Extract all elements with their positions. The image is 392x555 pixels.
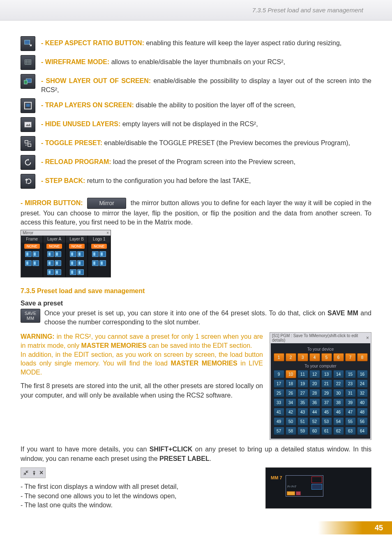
mirror-button[interactable]: Mirror bbox=[87, 198, 126, 209]
preset-slot-1[interactable]: 1 bbox=[274, 353, 284, 361]
preset-slot-41[interactable]: 41 bbox=[274, 408, 284, 416]
wireframe-mode-icon bbox=[21, 55, 35, 70]
preset-slot-52[interactable]: 52 bbox=[309, 417, 320, 426]
preset-slot-5[interactable]: 5 bbox=[321, 353, 332, 361]
to-device-label: To your device bbox=[273, 346, 368, 353]
preset-slot-30[interactable]: 30 bbox=[333, 389, 344, 397]
preset-slot-38[interactable]: 38 bbox=[333, 398, 344, 407]
mirror-panel: Mirror × Frame Layer A Layer B Logo 1 NO… bbox=[21, 230, 111, 278]
reload-program-icon bbox=[21, 155, 35, 170]
preset-slot-64[interactable]: 64 bbox=[357, 427, 368, 435]
close-icon[interactable]: × bbox=[366, 335, 369, 341]
preset-slot-26[interactable]: 26 bbox=[286, 389, 296, 397]
preset-slot-21[interactable]: 21 bbox=[321, 379, 332, 388]
step-back-label: - STEP BACK: bbox=[41, 177, 85, 184]
preset-grid-title: [S1] PGM : Save To MMemory(shift-click t… bbox=[272, 333, 364, 342]
preset-slot-53[interactable]: 53 bbox=[321, 417, 332, 426]
preset-slot-49[interactable]: 49 bbox=[274, 417, 284, 426]
preset-slot-20[interactable]: 20 bbox=[309, 379, 320, 388]
preset-slot-29[interactable]: 29 bbox=[321, 389, 332, 397]
preset-slot-23[interactable]: 23 bbox=[345, 379, 356, 388]
preset-slot-15[interactable]: 15 bbox=[345, 370, 356, 378]
preset-slot-32[interactable]: 32 bbox=[357, 389, 368, 397]
preset-slot-8[interactable]: 8 bbox=[357, 353, 368, 361]
preset-slot-27[interactable]: 27 bbox=[297, 389, 308, 397]
svg-rect-10 bbox=[25, 122, 32, 127]
preset-slot-19[interactable]: 19 bbox=[297, 379, 308, 388]
preset-slot-57[interactable]: 57 bbox=[274, 427, 284, 435]
preset-slot-54[interactable]: 54 bbox=[333, 417, 344, 426]
preset-slot-22[interactable]: 22 bbox=[333, 379, 344, 388]
trap-layers-icon bbox=[21, 98, 35, 113]
reload-label: - RELOAD PROGRAM: bbox=[41, 158, 111, 165]
preset-slot-3[interactable]: 3 bbox=[297, 353, 308, 361]
preset-slot-16[interactable]: 16 bbox=[357, 370, 368, 378]
preset-slot-10[interactable]: 10 bbox=[286, 370, 296, 378]
preset-slot-12[interactable]: 12 bbox=[309, 370, 320, 378]
close-icon[interactable]: × bbox=[39, 469, 43, 476]
preset-slot-24[interactable]: 24 bbox=[357, 379, 368, 388]
preset-slot-17[interactable]: 17 bbox=[274, 379, 284, 388]
toggle-preset-icon bbox=[21, 136, 35, 151]
keep-aspect-label: - KEEP ASPECT RATIO BUTTON: bbox=[41, 39, 144, 46]
header-breadcrumb: 7.3.5 Preset load and save management bbox=[0, 0, 392, 21]
preset-slot-45[interactable]: 45 bbox=[321, 408, 332, 416]
mirror-none[interactable]: NONE bbox=[24, 244, 40, 249]
save-mm-button[interactable]: SAVEMM bbox=[21, 309, 40, 323]
mirror-panel-title: Mirror bbox=[23, 231, 33, 235]
preset-slot-51[interactable]: 51 bbox=[297, 417, 308, 426]
preset-slot-56[interactable]: 56 bbox=[357, 417, 368, 426]
preset-slot-46[interactable]: 46 bbox=[333, 408, 344, 416]
preset-slot-9[interactable]: 9 bbox=[274, 370, 284, 378]
preset-slot-7[interactable]: 7 bbox=[345, 353, 356, 361]
preset-slot-35[interactable]: 35 bbox=[297, 398, 308, 407]
bullet-1: - The first icon displays a window with … bbox=[21, 482, 257, 491]
preset-slot-2[interactable]: 2 bbox=[286, 353, 296, 361]
preset-slot-39[interactable]: 39 bbox=[345, 398, 356, 407]
preset-slot-25[interactable]: 25 bbox=[274, 389, 284, 397]
save-mm-bold: SAVE MM bbox=[327, 310, 358, 317]
to-computer-label: To your computer bbox=[273, 363, 368, 370]
preset-slot-36[interactable]: 36 bbox=[309, 398, 320, 407]
preset-slot-59[interactable]: 59 bbox=[297, 427, 308, 435]
expand-icon[interactable] bbox=[23, 470, 29, 476]
preset-slot-63[interactable]: 63 bbox=[345, 427, 356, 435]
mirror-col-logo: Logo 1 bbox=[88, 236, 111, 243]
preset-slot-60[interactable]: 60 bbox=[309, 427, 320, 435]
preset-slot-40[interactable]: 40 bbox=[357, 398, 368, 407]
preset-slot-31[interactable]: 31 bbox=[345, 389, 356, 397]
preset-slot-34[interactable]: 34 bbox=[286, 398, 296, 407]
preset-slot-61[interactable]: 61 bbox=[321, 427, 332, 435]
preset-slot-48[interactable]: 48 bbox=[357, 408, 368, 416]
preset-slot-18[interactable]: 18 bbox=[286, 379, 296, 388]
bullet-2: - The second one allows you to let the w… bbox=[21, 492, 257, 501]
pin-icon[interactable] bbox=[31, 470, 37, 476]
preset-slot-14[interactable]: 14 bbox=[333, 370, 344, 378]
preset-slot-44[interactable]: 44 bbox=[309, 408, 320, 416]
step-back-text: return to the configuration you had befo… bbox=[85, 177, 251, 184]
mirror-none[interactable]: NONE bbox=[69, 244, 85, 249]
preset-slot-6[interactable]: 6 bbox=[333, 353, 344, 361]
preset-slot-50[interactable]: 50 bbox=[286, 417, 296, 426]
preset-slot-33[interactable]: 33 bbox=[274, 398, 284, 407]
preset-slot-58[interactable]: 58 bbox=[286, 427, 296, 435]
preset-slot-43[interactable]: 43 bbox=[297, 408, 308, 416]
preset-grid-panel: [S1] PGM : Save To MMemory(shift-click t… bbox=[270, 332, 371, 440]
preset-slot-28[interactable]: 28 bbox=[309, 389, 320, 397]
mirror-col-frame: Frame bbox=[21, 236, 43, 243]
preset-slot-62[interactable]: 62 bbox=[333, 427, 344, 435]
preset-slot-13[interactable]: 13 bbox=[321, 370, 332, 378]
preset-slot-55[interactable]: 55 bbox=[345, 417, 356, 426]
preset-slot-47[interactable]: 47 bbox=[345, 408, 356, 416]
mirror-col-a: Layer A bbox=[43, 236, 66, 243]
warning-label: WARNING: bbox=[21, 333, 55, 340]
close-icon[interactable]: × bbox=[106, 231, 109, 235]
wireframe-label: - WIREFRAME MODE: bbox=[41, 58, 109, 65]
preset-slot-37[interactable]: 37 bbox=[321, 398, 332, 407]
preset-slot-4[interactable]: 4 bbox=[309, 353, 320, 361]
mm7-thumbnail: Fr Fr7 bbox=[286, 475, 323, 497]
mirror-none[interactable]: NONE bbox=[46, 244, 62, 249]
mirror-none[interactable]: NONE bbox=[91, 244, 107, 249]
preset-slot-42[interactable]: 42 bbox=[286, 408, 296, 416]
preset-slot-11[interactable]: 11 bbox=[297, 370, 308, 378]
